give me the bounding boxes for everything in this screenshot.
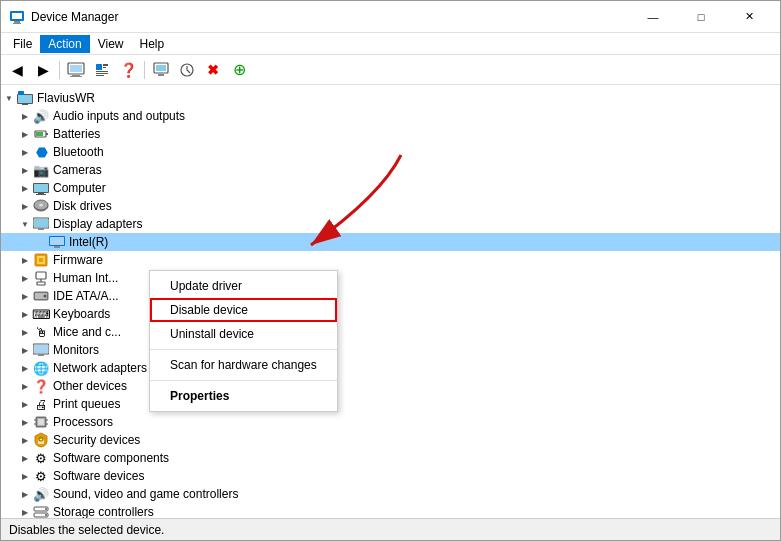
menu-help[interactable]: Help [132, 35, 173, 53]
toolbar-btn-3[interactable] [149, 58, 173, 82]
tree-item-print[interactable]: ▶ 🖨 Print queues [1, 395, 780, 413]
cameras-icon: 📷 [33, 162, 49, 178]
tree-item-cameras[interactable]: ▶ 📷 Cameras [1, 161, 780, 179]
menu-action[interactable]: Action [40, 35, 89, 53]
content-area: ▼ FlaviusWR ▶ 🔊 Audio inputs an [1, 85, 780, 518]
bluetooth-expander[interactable]: ▶ [17, 144, 33, 160]
tree-item-keyboards[interactable]: ▶ ⌨ Keyboards [1, 305, 780, 323]
sound-expander[interactable]: ▶ [17, 486, 33, 502]
tree-item-display[interactable]: ▼ Display adapters [1, 215, 780, 233]
tree-item-other[interactable]: ▶ ❓ Other devices [1, 377, 780, 395]
softcomp-expander[interactable]: ▶ [17, 450, 33, 466]
svg-rect-49 [34, 345, 48, 353]
menu-view[interactable]: View [90, 35, 132, 53]
tree-item-storage[interactable]: ▶ Storage controllers [1, 503, 780, 518]
storage-expander[interactable]: ▶ [17, 504, 33, 518]
bluetooth-label: Bluetooth [53, 145, 104, 159]
tree-item-audio[interactable]: ▶ 🔊 Audio inputs and outputs [1, 107, 780, 125]
tree-item-network[interactable]: ▶ 🌐 Network adapters [1, 359, 780, 377]
svg-rect-8 [96, 64, 102, 70]
tree-item-softcomp[interactable]: ▶ ⚙ Software components [1, 449, 780, 467]
mice-expander[interactable]: ▶ [17, 324, 33, 340]
tree-item-humanint[interactable]: ▶ Human Int... [1, 269, 780, 287]
firmware-expander[interactable]: ▶ [17, 252, 33, 268]
toolbar-btn-1[interactable] [64, 58, 88, 82]
intel-label: Intel(R) [69, 235, 108, 249]
network-expander[interactable]: ▶ [17, 360, 33, 376]
tree-item-intel[interactable]: ▶ Intel(R) [1, 233, 780, 251]
toolbar-forward[interactable]: ▶ [31, 58, 55, 82]
ctx-uninstall-device[interactable]: Uninstall device [150, 322, 337, 346]
tree-view[interactable]: ▼ FlaviusWR ▶ 🔊 Audio inputs an [1, 85, 780, 518]
toolbar-btn-2[interactable] [90, 58, 114, 82]
close-button[interactable]: ✕ [726, 1, 772, 33]
security-expander[interactable]: ▶ [17, 432, 33, 448]
audio-expander[interactable]: ▶ [17, 108, 33, 124]
processors-expander[interactable]: ▶ [17, 414, 33, 430]
ctx-sep-2 [150, 380, 337, 381]
toolbar-btn-4[interactable] [175, 58, 199, 82]
computer-label: Computer [53, 181, 106, 195]
window-title: Device Manager [31, 10, 630, 24]
tree-item-diskdrives[interactable]: ▶ Disk drives [1, 197, 780, 215]
svg-point-32 [39, 204, 43, 207]
diskdrives-icon [33, 198, 49, 214]
ideata-expander[interactable]: ▶ [17, 288, 33, 304]
maximize-button[interactable]: □ [678, 1, 724, 33]
ideata-icon [33, 288, 49, 304]
toolbar-remove-btn[interactable]: ✖ [201, 58, 225, 82]
ctx-scan-hardware[interactable]: Scan for hardware changes [150, 353, 337, 377]
svg-rect-21 [20, 103, 30, 104]
monitors-expander[interactable]: ▶ [17, 342, 33, 358]
firmware-icon [33, 252, 49, 268]
monitors-icon [33, 342, 49, 358]
softdev-expander[interactable]: ▶ [17, 468, 33, 484]
toolbar-help[interactable]: ❓ [116, 58, 140, 82]
svg-rect-22 [18, 91, 24, 95]
batteries-expander[interactable]: ▶ [17, 126, 33, 142]
root-icon [17, 90, 33, 106]
tree-item-monitors[interactable]: ▶ Monitors [1, 341, 780, 359]
ctx-update-driver[interactable]: Update driver [150, 274, 337, 298]
menu-file[interactable]: File [5, 35, 40, 53]
svg-rect-50 [38, 354, 44, 356]
print-icon: 🖨 [33, 396, 49, 412]
tree-item-batteries[interactable]: ▶ Batteries [1, 125, 780, 143]
svg-rect-38 [54, 246, 60, 248]
tree-item-softdev[interactable]: ▶ ⚙ Software devices [1, 467, 780, 485]
menu-bar: File Action View Help [1, 33, 780, 55]
audio-label: Audio inputs and outputs [53, 109, 185, 123]
tree-item-mice[interactable]: ▶ 🖱 Mice and c... [1, 323, 780, 341]
humanint-expander[interactable]: ▶ [17, 270, 33, 286]
toolbar-add-btn[interactable]: ⊕ [227, 58, 251, 82]
tree-root[interactable]: ▼ FlaviusWR [1, 89, 780, 107]
tree-item-ideata[interactable]: ▶ IDE ATA/A... [1, 287, 780, 305]
svg-rect-12 [96, 73, 108, 74]
tree-item-firmware[interactable]: ▶ Firmware [1, 251, 780, 269]
ctx-properties[interactable]: Properties [150, 384, 337, 408]
tree-item-sound[interactable]: ▶ 🔊 Sound, video and game controllers [1, 485, 780, 503]
ctx-disable-device[interactable]: Disable device [150, 298, 337, 322]
computer-expander[interactable]: ▶ [17, 180, 33, 196]
toolbar: ◀ ▶ ❓ [1, 55, 780, 85]
other-expander[interactable]: ▶ [17, 378, 33, 394]
svg-rect-2 [14, 21, 20, 23]
toolbar-back[interactable]: ◀ [5, 58, 29, 82]
cameras-expander[interactable]: ▶ [17, 162, 33, 178]
display-expander[interactable]: ▼ [17, 216, 33, 232]
minimize-button[interactable]: — [630, 1, 676, 33]
print-expander[interactable]: ▶ [17, 396, 33, 412]
root-label: FlaviusWR [37, 91, 95, 105]
tree-item-processors[interactable]: ▶ Processors [1, 413, 780, 431]
root-expander[interactable]: ▼ [1, 90, 17, 106]
diskdrives-expander[interactable]: ▶ [17, 198, 33, 214]
mice-icon: 🖱 [33, 324, 49, 340]
network-label: Network adapters [53, 361, 147, 375]
bluetooth-icon: ⬣ [33, 144, 49, 160]
print-label: Print queues [53, 397, 120, 411]
tree-item-security[interactable]: ▶ Security devices [1, 431, 780, 449]
tree-item-bluetooth[interactable]: ▶ ⬣ Bluetooth [1, 143, 780, 161]
mice-label: Mice and c... [53, 325, 121, 339]
processors-icon [33, 414, 49, 430]
tree-item-computer[interactable]: ▶ Computer [1, 179, 780, 197]
